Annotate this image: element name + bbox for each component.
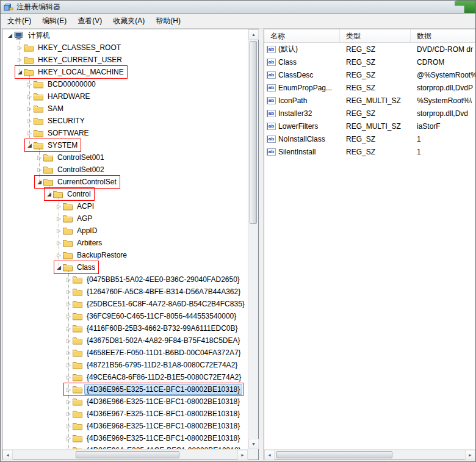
expand-arrow-icon[interactable]: ▷ <box>65 274 73 285</box>
value-name[interactable]: (默认) <box>278 44 298 54</box>
tree-item[interactable]: ▷ BackupRestore <box>2 249 248 261</box>
tree-item[interactable]: ▷ {25DBCE51-6C8F-4A72-8A6D-B54C2B4FC835} <box>2 298 248 310</box>
menu-item-help[interactable]: 帮助(H) <box>150 14 186 28</box>
tree-item-label[interactable]: {4D36E968-E325-11CE-BFC1-08002BE10318} <box>84 420 242 431</box>
tree-item-label[interactable]: {0475BB51-5A02-4EE0-B36C-29040FAD2650} <box>84 274 242 285</box>
registry-value-row[interactable]: ab EnumPropPag... REG_SZ storprop.dll,Dv… <box>264 81 475 94</box>
tree-item-label[interactable]: CurrentControlSet <box>55 176 119 187</box>
tree-item[interactable]: ▷ {4658EE7E-F050-11D1-B6BD-00C04FA372A7} <box>2 347 248 359</box>
registry-value-row[interactable]: ab LowerFilters REG_MULTI_SZ iaStorF <box>264 120 475 132</box>
tree-item-label[interactable]: HKEY_LOCAL_MACHINE <box>35 67 126 78</box>
tree-item[interactable]: ◢ SYSTEM <box>2 139 248 151</box>
expand-arrow-icon[interactable]: ▷ <box>55 201 63 212</box>
expand-arrow-icon[interactable]: ◢ <box>55 262 63 273</box>
tree-item[interactable]: ▷ {4D36E965-E325-11CE-BFC1-08002BE10318} <box>2 383 248 395</box>
column-header-type[interactable]: 类型 <box>340 29 411 42</box>
menu-item-view[interactable]: 查看(V) <box>72 14 107 28</box>
value-name[interactable]: Installer32 <box>278 109 312 118</box>
tree-item-label[interactable]: {1264760F-A5C8-4BFE-B314-D56A7B44A362} <box>84 286 243 297</box>
expand-arrow-icon[interactable]: ▷ <box>65 384 73 395</box>
tree-item[interactable]: ◢ CurrentControlSet <box>2 176 248 188</box>
tree-item[interactable]: ▷ AppID <box>2 225 248 237</box>
tree-item[interactable]: ▷ HKEY_CURRENT_USER <box>2 54 248 66</box>
registry-value-row[interactable]: ab NoInstallClass REG_SZ 1 <box>264 132 475 145</box>
expand-arrow-icon[interactable]: ▷ <box>65 396 73 407</box>
tree-item-label[interactable]: {25DBCE51-6C8F-4A72-8A6D-B54C2B4FC835} <box>84 298 247 309</box>
tree-item-label[interactable]: HARDWARE <box>45 91 93 102</box>
tree-item[interactable]: ▷ {4D36E969-E325-11CE-BFC1-08002BE10318} <box>2 432 248 444</box>
expand-arrow-icon[interactable]: ▷ <box>65 323 73 334</box>
tree-item[interactable]: ▷ {4D36E966-E325-11CE-BFC1-08002BE10318} <box>2 395 248 408</box>
tree-horizontal-scrollbar[interactable]: ◄ ► <box>2 449 248 460</box>
list-horizontal-scrollbar[interactable]: ◄ ► <box>264 449 475 460</box>
expand-arrow-icon[interactable]: ▷ <box>65 298 73 309</box>
tree-item-label[interactable]: {4D36E969-E325-11CE-BFC1-08002BE10318} <box>84 433 242 444</box>
value-name[interactable]: Class <box>278 58 297 67</box>
expand-arrow-icon[interactable]: ◢ <box>16 67 24 78</box>
tree-item-label[interactable]: {4116F60B-25B3-4662-B732-99A6111EDC0B} <box>84 323 240 334</box>
tree-item-label[interactable]: ControlSet002 <box>55 164 107 175</box>
tree-item-label[interactable]: BCD00000000 <box>45 79 98 90</box>
tree-item-label[interactable]: Class <box>74 262 98 273</box>
registry-value-row[interactable]: ab IconPath REG_MULTI_SZ %SystemRoot%\ <box>264 94 475 107</box>
value-name[interactable]: LowerFilters <box>278 122 318 131</box>
tree-item[interactable]: ▷ BCD00000000 <box>2 78 248 90</box>
tree-item-label[interactable]: {4D36E96A-E325-11CE-BFC1-08002BE10318} <box>84 445 243 449</box>
registry-value-row[interactable]: ab (默认) REG_SZ DVD/CD-ROM dr <box>264 43 475 56</box>
tree-item-label[interactable]: {4D36E965-E325-11CE-BFC1-08002BE10318} <box>84 384 242 395</box>
expand-arrow-icon[interactable]: ▷ <box>35 152 43 163</box>
expand-arrow-icon[interactable]: ▷ <box>55 250 63 261</box>
expand-arrow-icon[interactable]: ▷ <box>55 237 63 248</box>
tree-item-label[interactable]: ACPI <box>74 201 96 212</box>
tree-item-label[interactable]: {49CE6AC8-6F86-11D2-B1E5-0080C72E74A2} <box>84 372 243 383</box>
column-header-data[interactable]: 数据 <box>411 29 475 42</box>
expand-arrow-icon[interactable]: ▷ <box>65 347 73 358</box>
horizontal-scroll-thumb[interactable] <box>276 451 392 458</box>
expand-arrow-icon[interactable]: ▷ <box>35 164 43 175</box>
tree-item-label[interactable]: HKEY_CLASSES_ROOT <box>35 42 123 53</box>
tree-item[interactable]: ▷ HKEY_CLASSES_ROOT <box>2 42 248 54</box>
menu-item-file[interactable]: 文件(F) <box>2 14 37 28</box>
expand-arrow-icon[interactable]: ▷ <box>65 286 73 297</box>
expand-arrow-icon[interactable]: ▷ <box>26 79 34 90</box>
tree-item[interactable]: ▷ ControlSet002 <box>2 164 248 176</box>
expand-arrow-icon[interactable]: ▷ <box>26 128 34 139</box>
scroll-left-button[interactable]: ◄ <box>264 450 275 460</box>
expand-arrow-icon[interactable]: ▷ <box>16 54 24 65</box>
tree-item-label[interactable]: SOFTWARE <box>45 128 92 139</box>
tree-item-label[interactable]: HKEY_CURRENT_USER <box>35 54 124 65</box>
tree-item-label[interactable]: AGP <box>74 213 95 224</box>
expand-arrow-icon[interactable]: ◢ <box>26 140 34 151</box>
tree-item-label[interactable]: BackupRestore <box>74 250 129 261</box>
expand-arrow-icon[interactable]: ▷ <box>65 445 73 449</box>
tree-item[interactable]: ▷ AGP <box>2 212 248 225</box>
tree-item-label[interactable]: Control <box>65 189 93 200</box>
tree-item[interactable]: ▷ {49CE6AC8-6F86-11D2-B1E5-0080C72E74A2} <box>2 371 248 383</box>
tree-item[interactable]: ▷ {36FC9E60-C465-11CF-8056-444553540000} <box>2 310 248 322</box>
value-name[interactable]: IconPath <box>278 96 307 105</box>
expand-arrow-icon[interactable]: ◢ <box>45 189 53 200</box>
value-name[interactable]: ClassDesc <box>278 71 313 79</box>
tree-item-label[interactable]: SECURITY <box>45 115 87 126</box>
tree-item-label[interactable]: SAM <box>45 103 66 114</box>
menu-item-edit[interactable]: 编辑(E) <box>37 14 72 28</box>
tree-item[interactable]: ▷ SAM <box>2 103 248 115</box>
value-name[interactable]: SilentInstall <box>278 148 316 156</box>
tree-item[interactable]: ◢ Class <box>2 261 248 273</box>
tree-item-label[interactable]: {48721B56-6795-11D2-B1A8-0080C72E74A2} <box>84 359 240 370</box>
tree-item-label[interactable]: Arbiters <box>74 237 104 248</box>
tree-item[interactable]: ▷ {4116F60B-25B3-4662-B732-99A6111EDC0B} <box>2 322 248 334</box>
tree-item[interactable]: ▷ {43675D81-502A-4A82-9F84-B75F418C5DEA} <box>2 334 248 347</box>
registry-value-row[interactable]: ab SilentInstall REG_SZ 1 <box>264 145 475 158</box>
expand-arrow-icon[interactable]: ▷ <box>65 433 73 444</box>
tree-item[interactable]: ▷ {0475BB51-5A02-4EE0-B36C-29040FAD2650} <box>2 273 248 286</box>
menu-item-favorites[interactable]: 收藏夹(A) <box>107 14 150 28</box>
tree-item-label[interactable]: {43675D81-502A-4A82-9F84-B75F418C5DEA} <box>84 335 243 346</box>
expand-arrow-icon[interactable]: ◢ <box>35 176 43 187</box>
scroll-right-button[interactable]: ► <box>465 450 475 460</box>
expand-arrow-icon[interactable]: ▷ <box>65 372 73 383</box>
horizontal-scroll-thumb[interactable] <box>76 451 179 458</box>
expand-arrow-icon[interactable]: ▷ <box>65 420 73 431</box>
tree-item-label[interactable]: AppID <box>74 225 99 236</box>
expand-arrow-icon[interactable]: ▷ <box>65 359 73 370</box>
